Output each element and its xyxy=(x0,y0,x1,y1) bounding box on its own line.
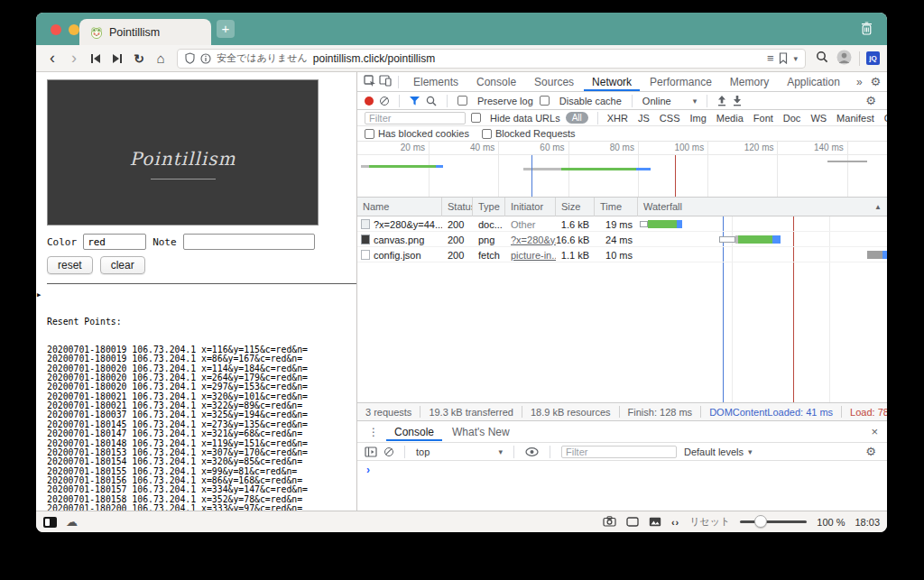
type-filter-chip[interactable]: Other xyxy=(884,113,887,124)
request-initiator[interactable]: picture-in... xyxy=(511,250,556,261)
console-drawer-tab[interactable]: Console xyxy=(386,423,442,441)
column-header-type[interactable]: Type xyxy=(473,198,505,216)
request-initiator[interactable]: ?x=280&y... xyxy=(511,235,556,245)
devtools-tab[interactable]: Memory xyxy=(722,73,777,91)
url-bar[interactable]: 安全ではありません pointillism.click/pointillism … xyxy=(177,49,806,69)
has-blocked-cookies-checkbox[interactable] xyxy=(365,129,374,139)
url-text[interactable]: pointillism.click/pointillism xyxy=(313,52,435,65)
type-filter-chip[interactable]: Media xyxy=(716,113,744,124)
column-header-name[interactable]: Name xyxy=(357,198,442,216)
request-initiator[interactable]: Other xyxy=(511,219,536,230)
search-network-icon[interactable] xyxy=(426,96,437,106)
request-name[interactable]: ?x=280&y=44... xyxy=(374,219,442,230)
home-button[interactable]: ⌂ xyxy=(152,51,170,66)
close-drawer-icon[interactable]: × xyxy=(871,425,878,438)
more-tabs-icon[interactable]: » xyxy=(851,76,868,88)
bookmark-icon[interactable] xyxy=(779,52,788,64)
record-network-log-button[interactable] xyxy=(365,97,374,106)
type-filter-chip[interactable]: Doc xyxy=(783,113,801,124)
drawer-kebab-menu-icon[interactable]: ⋮ xyxy=(363,426,384,438)
throttling-dropdown[interactable]: Online ▾ xyxy=(642,96,697,106)
console-prompt-icon[interactable]: › xyxy=(366,464,370,476)
column-header-waterfall[interactable]: Waterfall ▲ xyxy=(638,198,887,216)
drawing-canvas[interactable]: Pointillism xyxy=(47,79,319,226)
type-filter-chip[interactable]: Manifest xyxy=(836,113,874,124)
filter-all-pill[interactable]: All xyxy=(566,112,588,124)
info-icon[interactable] xyxy=(200,53,211,64)
request-name[interactable]: config.json xyxy=(374,250,421,261)
devtools-tab[interactable]: Application xyxy=(779,73,848,91)
request-name[interactable]: canvas.png xyxy=(374,235,424,245)
tab-pointillism[interactable]: Pointillism xyxy=(79,19,211,45)
color-input[interactable] xyxy=(83,234,146,250)
console-settings-gear-icon[interactable]: ⚙ xyxy=(865,445,876,458)
close-window-button[interactable] xyxy=(51,24,61,35)
eye-icon[interactable] xyxy=(525,447,539,456)
code-capture-icon[interactable]: ‹› xyxy=(671,517,679,528)
network-request-row[interactable]: canvas.png 200 png ?x=280&y... 16.6 kB 2… xyxy=(357,232,887,247)
inspect-element-icon[interactable] xyxy=(364,75,376,89)
type-filter-chip[interactable]: Font xyxy=(753,113,773,124)
new-tab-button[interactable]: + xyxy=(217,20,235,38)
type-filter-chip[interactable]: CSS xyxy=(660,113,680,124)
devtools-tab[interactable]: Sources xyxy=(526,73,582,91)
reader-mode-icon[interactable]: ≡ xyxy=(767,51,774,65)
import-har-icon[interactable] xyxy=(717,96,726,106)
trash-icon[interactable] xyxy=(861,22,873,39)
request-waterfall[interactable] xyxy=(638,232,887,247)
console-drawer-tab[interactable]: What's New xyxy=(444,423,518,441)
minimize-window-button[interactable] xyxy=(69,24,79,35)
devtools-tab[interactable]: Elements xyxy=(405,73,467,91)
back-button[interactable]: ‹ xyxy=(43,49,61,68)
column-header-size[interactable]: Size xyxy=(556,198,595,216)
last-page-button[interactable] xyxy=(108,51,126,66)
preserve-log-checkbox[interactable] xyxy=(457,96,467,106)
cloud-icon[interactable]: ☁ xyxy=(66,516,78,528)
jquery-extension-icon[interactable]: jQ xyxy=(866,51,880,65)
filter-funnel-icon[interactable] xyxy=(410,97,420,106)
network-filter-input[interactable] xyxy=(365,112,466,124)
console-sidebar-icon[interactable] xyxy=(365,447,377,457)
zoom-slider[interactable] xyxy=(740,520,807,523)
clear-button[interactable]: clear xyxy=(100,256,145,274)
zoom-slider-knob[interactable] xyxy=(754,515,767,528)
sort-ascending-icon[interactable]: ▲ xyxy=(874,198,887,216)
devtools-tab[interactable]: Performance xyxy=(642,73,720,91)
camera-icon[interactable] xyxy=(603,514,616,530)
type-filter-chip[interactable]: Img xyxy=(689,113,706,124)
clear-network-log-icon[interactable] xyxy=(380,97,389,106)
image-icon[interactable] xyxy=(649,514,661,530)
note-input[interactable] xyxy=(183,234,315,250)
console-output[interactable]: › xyxy=(357,461,887,497)
type-filter-chip[interactable]: XHR xyxy=(607,113,628,124)
network-overview[interactable]: 20 ms40 ms60 ms80 ms100 ms120 ms140 ms xyxy=(357,142,887,198)
window-capture-icon[interactable] xyxy=(626,514,639,530)
search-icon[interactable] xyxy=(813,51,831,66)
console-filter-input[interactable] xyxy=(561,446,677,458)
log-levels-dropdown[interactable]: Default levels ▾ xyxy=(684,447,753,457)
export-har-icon[interactable] xyxy=(733,96,742,106)
request-waterfall[interactable] xyxy=(638,247,887,262)
devtools-tab[interactable]: Console xyxy=(468,73,524,91)
hide-data-urls-checkbox[interactable] xyxy=(471,113,481,123)
blocked-requests-checkbox[interactable] xyxy=(482,129,492,139)
bookmark-dropdown-icon[interactable]: ▾ xyxy=(793,54,798,63)
reset-button[interactable]: reset xyxy=(47,256,93,274)
clear-console-icon[interactable] xyxy=(384,447,393,456)
type-filter-chip[interactable]: JS xyxy=(638,113,650,124)
devtools-tab[interactable]: Network xyxy=(584,73,640,91)
sidebar-toggle-icon[interactable] xyxy=(43,517,57,528)
network-request-row[interactable]: config.json 200 fetch picture-in... 1.1 … xyxy=(357,247,887,262)
profile-avatar[interactable] xyxy=(835,50,853,68)
column-header-time[interactable]: Time xyxy=(595,198,638,216)
disable-cache-checkbox[interactable] xyxy=(540,96,550,106)
shield-icon[interactable] xyxy=(185,52,195,64)
network-request-row[interactable]: ?x=280&y=44... 200 doc... Other 1.6 kB 1… xyxy=(357,216,887,232)
execution-context-dropdown[interactable]: top ▾ xyxy=(416,447,503,457)
reload-button[interactable]: ↻ xyxy=(130,51,148,66)
forward-button[interactable]: › xyxy=(65,49,83,68)
type-filter-chip[interactable]: WS xyxy=(810,113,827,124)
first-page-button[interactable] xyxy=(87,51,105,66)
settings-gear-icon[interactable]: ⚙ xyxy=(871,75,882,88)
device-toolbar-icon[interactable] xyxy=(379,75,392,88)
